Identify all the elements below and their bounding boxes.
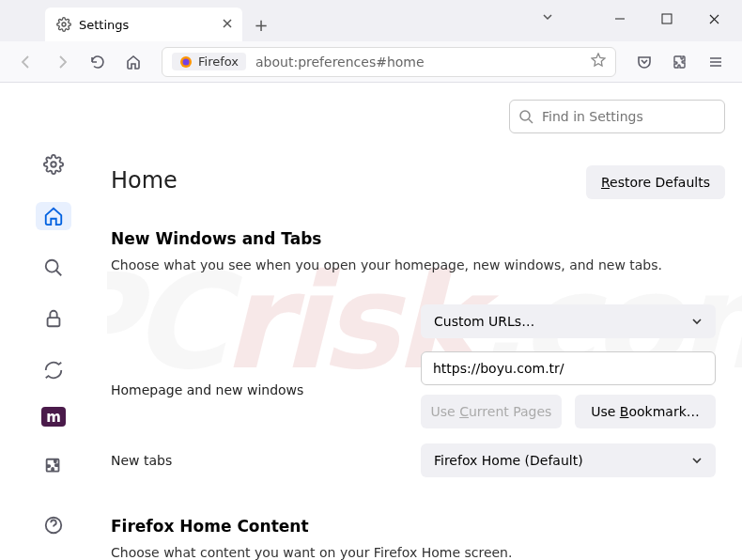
section2-desc: Choose what content you want on your Fir… [111, 545, 716, 560]
newtabs-select-value: Firefox Home (Default) [434, 453, 583, 468]
minimize-button[interactable] [599, 4, 641, 34]
sidebar-extensions[interactable] [36, 449, 71, 485]
main-content: PCrisk.com Home Restore Defaults New Win… [107, 83, 742, 560]
restore-defaults-button[interactable]: Restore Defaults [586, 165, 725, 199]
bookmark-star-icon[interactable] [591, 53, 606, 70]
address-text: about:preferences#home [255, 54, 591, 70]
sidebar-help[interactable] [36, 507, 71, 543]
tab-title: Settings [79, 18, 129, 32]
search-icon [518, 109, 533, 124]
svg-point-3 [183, 58, 190, 65]
homepage-select[interactable]: Custom URLs… [421, 304, 716, 338]
newtabs-select[interactable]: Firefox Home (Default) [421, 443, 716, 477]
section-desc: Choose what you see when you open your h… [111, 257, 716, 272]
new-tab-button[interactable]: + [248, 11, 274, 38]
forward-button[interactable] [47, 47, 77, 77]
maximize-button[interactable] [646, 4, 688, 34]
menu-button[interactable] [701, 47, 731, 77]
sidebar-privacy[interactable] [36, 304, 71, 334]
section2-heading: Firefox Home Content [111, 517, 716, 536]
homepage-url-row: Homepage and new windows Use Current Pag… [111, 351, 716, 428]
svg-rect-6 [48, 318, 60, 326]
extensions-button[interactable] [665, 47, 695, 77]
homepage-select-value: Custom URLs… [434, 314, 534, 329]
settings-sidebar: m [0, 83, 107, 560]
tabs-dropdown-icon[interactable] [541, 9, 554, 27]
tab-bar: Settings + [0, 0, 742, 41]
svg-point-5 [46, 259, 58, 272]
window-controls [599, 4, 734, 34]
gear-icon [56, 17, 71, 32]
chevron-down-icon [691, 316, 703, 327]
sidebar-more[interactable]: m [41, 407, 66, 427]
use-bookmark-button[interactable]: Use Bookmark… [575, 395, 716, 428]
firefox-badge-label: Firefox [198, 54, 239, 69]
section-heading: New Windows and Tabs [111, 229, 716, 248]
close-window-button[interactable] [693, 4, 734, 34]
tab-settings[interactable]: Settings [45, 8, 242, 41]
homepage-row: Custom URLs… [111, 304, 716, 338]
svg-point-0 [62, 23, 66, 26]
svg-point-4 [51, 163, 56, 168]
url-bar[interactable]: Firefox about:preferences#home [162, 47, 616, 77]
homepage-url-input[interactable] [421, 351, 716, 385]
home-button[interactable] [118, 47, 148, 77]
settings-search [509, 100, 725, 133]
close-tab-icon[interactable] [222, 18, 233, 32]
sidebar-sync[interactable] [36, 355, 71, 384]
svg-point-8 [520, 111, 530, 120]
settings-search-input[interactable] [509, 100, 725, 133]
sidebar-search[interactable] [36, 253, 71, 282]
back-button[interactable] [11, 47, 41, 77]
sidebar-general[interactable] [36, 150, 71, 179]
reload-button[interactable] [83, 47, 113, 77]
firefox-icon [179, 55, 193, 69]
toolbar: Firefox about:preferences#home [0, 41, 742, 83]
newtabs-row: New tabs Firefox Home (Default) [111, 443, 716, 477]
svg-rect-1 [662, 14, 672, 23]
chevron-down-icon [691, 455, 703, 466]
pocket-button[interactable] [629, 47, 659, 77]
use-current-pages-button: Use Current Pages [421, 395, 562, 428]
sidebar-home[interactable] [36, 202, 71, 231]
firefox-badge: Firefox [172, 53, 246, 70]
homepage-field-label: Homepage and new windows [111, 382, 421, 397]
newtabs-label: New tabs [111, 453, 421, 468]
